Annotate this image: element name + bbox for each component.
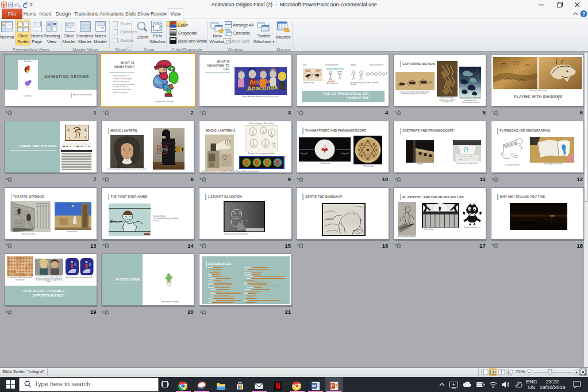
svg-text:Anaconda: Anaconda (247, 84, 278, 93)
svg-text:P: P (2, 2, 5, 8)
svg-text:?: ? (582, 11, 586, 17)
svg-text:W: W (312, 383, 316, 389)
svg-text:P: P (331, 383, 335, 389)
